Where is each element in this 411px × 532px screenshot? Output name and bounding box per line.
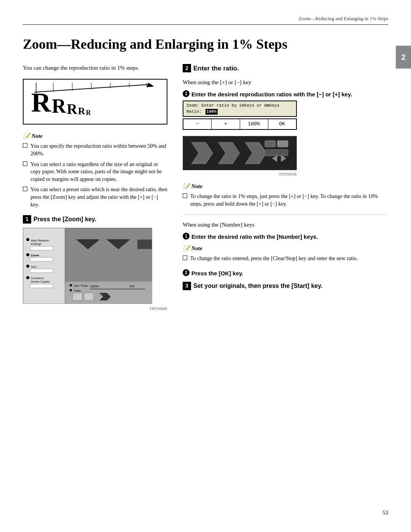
note-icon-right-1: 📝 — [183, 183, 190, 189]
lcd-ratio-label: Ratio: — [186, 109, 202, 115]
100-button[interactable]: 100% — [240, 119, 268, 129]
svg-rect-19 — [30, 269, 53, 273]
lcd-display: Zoom: Enter ratio by 10keys or ⊟⊞keys Ra… — [183, 101, 297, 117]
svg-text:Auto Reduce/: Auto Reduce/ — [31, 239, 49, 242]
page-number: 53 — [382, 509, 388, 517]
note-section-left: 📝 Note You can specify the reproduction … — [23, 132, 167, 208]
substep-1-circle: 1 — [183, 90, 190, 97]
substep-1-number-label: Enter the desired ratio with the [Number… — [191, 233, 318, 241]
r-large: R — [31, 89, 51, 116]
step-3-block: 3 Set your originals, then press the [St… — [183, 282, 388, 290]
svg-point-31 — [70, 289, 72, 291]
note-item-2: You can select a ratio regardless of the… — [23, 161, 167, 183]
header-title: Zoom—Reducing and Enlarging in 1% Steps — [298, 16, 388, 21]
note-icon-right-2: 📝 — [183, 245, 190, 251]
substep-2-ok: 2 Press the [OK] key. — [183, 269, 388, 277]
note-title-left: 📝 Note — [23, 132, 167, 140]
left-column: You can change the reproduction ratio in… — [23, 64, 167, 319]
checkbox-right-1 — [183, 193, 187, 198]
note-item-right-1: To change the ratio in 1% steps, just pr… — [183, 193, 388, 208]
svg-rect-16 — [30, 257, 53, 261]
svg-text:Lighter: Lighter — [90, 284, 99, 288]
machine-svg: Auto Reduce/ Enlarge Zoom Sort Comb — [23, 228, 152, 304]
tab-indicator: 2 — [396, 46, 411, 69]
note-section-right-1: 📝 Note To change the ratio in 1% steps, … — [183, 182, 388, 208]
section-divider — [183, 214, 388, 215]
step-2-num: 2 — [183, 64, 191, 72]
svg-text:Enlarge: Enlarge — [31, 242, 41, 246]
r-letters-row: R R R R R — [27, 89, 163, 116]
note-text-3: You can select a preset ratio which is n… — [30, 186, 167, 208]
step-1-label: Press the [Zoom] key. — [33, 215, 96, 224]
svg-text:Combine/: Combine/ — [31, 276, 44, 280]
lcd-line1: Zoom: Enter ratio by 10keys or ⊟⊞keys — [186, 103, 279, 109]
page-container: 2 Zoom—Reducing and Enlarging in 1% Step… — [0, 0, 411, 532]
svg-rect-23 — [30, 284, 53, 288]
lcd-ratio-value: 100% — [206, 109, 218, 115]
svg-rect-13 — [30, 246, 53, 250]
lcd-row-1: Zoom: Enter ratio by 10keys or ⊟⊞keys — [186, 103, 293, 109]
tab-number: 2 — [401, 52, 405, 62]
note-section-right-2: 📝 Note To change the ratio entered, pres… — [183, 244, 388, 262]
plus-button[interactable]: + — [212, 119, 240, 129]
substep-2-ok-header: 2 Press the [OK] key. — [183, 269, 388, 277]
main-content: You can change the reproduction ratio in… — [23, 64, 388, 319]
step-3-header: 3 Set your originals, then press the [St… — [183, 282, 388, 290]
svg-text:Dar: Dar — [130, 284, 135, 288]
substep-1-number-header: 1 Enter the desired ratio with the [Numb… — [183, 233, 388, 241]
panel-svg — [186, 136, 293, 170]
svg-rect-43 — [265, 141, 276, 147]
machine-label: THYS060E — [23, 306, 167, 312]
substep-1-number-circle: 1 — [183, 233, 190, 240]
step-3-label: Set your originals, then press the [Star… — [193, 282, 322, 290]
lcd-row-2: Ratio: 100% — [186, 109, 293, 115]
step-1-num: 1 — [23, 215, 31, 224]
substep-2-ok-circle: 2 — [183, 269, 190, 276]
substep-1-plus-minus: 1 Enter the desired reproduction ratios … — [183, 90, 388, 130]
svg-point-17 — [26, 265, 29, 268]
page-header: Zoom—Reducing and Enlarging in 1% Steps — [23, 15, 388, 25]
substep-1-plus-minus-label: Enter the desired reproduction ratios wi… — [191, 90, 352, 98]
svg-point-29 — [70, 284, 72, 286]
when-using-plus-minus: When using the [+] or [−] key — [183, 78, 388, 86]
checkbox-3 — [23, 187, 27, 191]
step-2-label: Enter the ratio. — [193, 64, 239, 73]
svg-point-10 — [26, 238, 29, 241]
when-using-number: When using the [Number] keys — [183, 221, 388, 229]
svg-point-14 — [26, 253, 29, 256]
svg-marker-1 — [147, 83, 154, 87]
svg-rect-37 — [84, 293, 94, 300]
note-icon-left: 📝 — [23, 133, 30, 139]
note-title-right-2: 📝 Note — [183, 244, 388, 252]
substep-1-plus-minus-header: 1 Enter the desired reproduction ratios … — [183, 90, 388, 98]
note-item-3: You can select a preset ratio which is n… — [23, 186, 167, 208]
svg-text:Sort: Sort — [31, 265, 37, 268]
step-1-header: 1 Press the [Zoom] key. — [23, 215, 167, 224]
note-title-right-1: 📝 Note — [183, 182, 388, 190]
intro-text: You can change the reproduction ratio in… — [23, 64, 167, 72]
step-1-block: 1 Press the [Zoom] key. Auto Reduce/ Enl… — [23, 215, 167, 311]
substep-2-ok-label: Press the [OK] key. — [191, 269, 243, 277]
svg-text:Zoom: Zoom — [31, 254, 39, 257]
note-text-1: You can specify the reproduction ratio w… — [30, 142, 167, 157]
ok-button[interactable]: OK — [268, 119, 296, 129]
step-3-num: 3 — [183, 282, 191, 290]
r-medium-large: R — [52, 96, 66, 116]
minus-button[interactable]: − — [183, 119, 212, 129]
note-text-2: You can select a ratio regardless of the… — [30, 161, 167, 183]
svg-text:Photo: Photo — [74, 289, 81, 292]
checkbox-1 — [23, 143, 27, 148]
svg-rect-44 — [277, 141, 288, 147]
r-small: R — [86, 109, 91, 116]
machine-image: Auto Reduce/ Enlarge Zoom Sort Comb — [23, 228, 152, 304]
button-row: − + 100% OK — [183, 118, 297, 130]
step-2-header: 2 Enter the ratio. — [183, 64, 388, 73]
panel-label: THYS850E — [183, 172, 297, 177]
r-illustration: R R R R R — [23, 79, 167, 125]
r-medium: R — [67, 102, 77, 116]
note-text-right-2: To change the ratio entered, press the [… — [190, 255, 388, 262]
panel-image — [183, 136, 297, 170]
note-item-right-2: To change the ratio entered, press the [… — [183, 255, 388, 262]
note-text-right-1: To change the ratio in 1% steps, just pr… — [190, 193, 388, 208]
svg-rect-36 — [73, 293, 82, 300]
